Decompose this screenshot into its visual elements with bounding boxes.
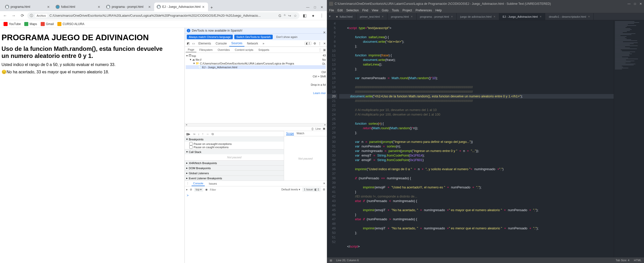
step-over-icon[interactable]: ⤼: [193, 132, 195, 136]
translate-icon[interactable]: ᴳ: [284, 14, 286, 18]
tree-node[interactable]: file://: [196, 58, 201, 61]
step-out-icon[interactable]: ↑: [202, 132, 203, 136]
share-icon[interactable]: ↪: [288, 14, 291, 18]
minimize-icon[interactable]: —: [628, 2, 631, 6]
minimize-icon[interactable]: —: [306, 5, 309, 9]
tabs-overflow[interactable]: »: [261, 41, 266, 46]
browser-tab-active[interactable]: 📄EJ - Juego_Adivinacion.html✕: [154, 3, 208, 11]
menu-icon[interactable]: ⋮: [186, 182, 189, 185]
reload-button[interactable]: ⟳: [19, 12, 26, 19]
clear-icon[interactable]: ⊘: [190, 188, 192, 191]
profile-avatar[interactable]: ●: [310, 12, 317, 19]
close-icon[interactable]: ✕: [202, 5, 205, 9]
info-icon[interactable]: ⓘ: [30, 13, 33, 18]
tab-watch[interactable]: Watch: [296, 132, 304, 135]
always-match-button[interactable]: Always match Chrome's language: [187, 35, 233, 39]
back-button[interactable]: ←: [2, 12, 9, 19]
close-icon[interactable]: ✕: [323, 42, 326, 45]
editor-tab[interactable]: primer_test.html×: [356, 13, 387, 20]
menu-icon[interactable]: ⋮: [318, 42, 321, 45]
syntax-mode[interactable]: HTML: [634, 259, 641, 262]
editor-tab[interactable]: programa - prompt.html×: [417, 13, 457, 20]
issues-badge[interactable]: ◧ 1: [305, 42, 311, 45]
close-icon[interactable]: ✕: [639, 2, 642, 6]
close-icon[interactable]: ×: [540, 15, 541, 18]
close-icon[interactable]: ✕: [47, 5, 51, 9]
tab-size[interactable]: Tab Size: 4: [616, 259, 629, 262]
acc-xhr[interactable]: ▸ XHR/fetch Breakpoints: [185, 160, 284, 165]
editor-tab[interactable]: futbol.html: [333, 13, 356, 20]
issue-chip[interactable]: 1 Issue: ◧ 1: [302, 187, 321, 192]
settings-icon[interactable]: ⚙: [313, 42, 316, 45]
close-icon[interactable]: ×: [382, 15, 384, 18]
close-icon[interactable]: ✕: [148, 5, 152, 9]
deactivate-bp-icon[interactable]: ⧉: [212, 132, 214, 136]
inspect-icon[interactable]: ◩: [186, 42, 191, 45]
menu-project[interactable]: Project: [403, 9, 412, 12]
tab-sources[interactable]: Sources: [229, 40, 244, 47]
close-icon[interactable]: ✕: [98, 5, 101, 9]
tab-console[interactable]: Console: [214, 41, 229, 46]
acc-event[interactable]: ▸ Event Listener Breakpoints: [185, 176, 284, 181]
editor-tab[interactable]: juego de adivinacion.html×: [457, 13, 499, 20]
panel-icon[interactable]: ▤: [330, 259, 332, 262]
address-bar[interactable]: ⓘ Archivo C:/Users/marco/OneDrive/Escrit…: [27, 12, 300, 19]
expand-icon[interactable]: ▸: [186, 188, 188, 191]
maximize-icon[interactable]: □: [314, 5, 316, 9]
close-icon[interactable]: ✕: [323, 182, 325, 185]
subtab-content-scripts[interactable]: Content scripts: [233, 48, 255, 52]
forward-button[interactable]: →: [10, 12, 17, 19]
close-icon[interactable]: ×: [411, 15, 413, 18]
expand-icon[interactable]: ▣: [323, 48, 326, 52]
filter-input[interactable]: [210, 188, 233, 191]
code-area[interactable]: <script type="text/javascript"> function…: [337, 20, 614, 257]
bookmark-youtube[interactable]: YouTube: [4, 22, 21, 26]
browser-tab[interactable]: 🌐futbol.html✕: [53, 3, 104, 11]
menu-selection[interactable]: Selection: [346, 9, 359, 12]
pause-icon[interactable]: ▮▶: [186, 132, 190, 136]
step-into-icon[interactable]: ↓: [198, 132, 199, 136]
close-icon[interactable]: ×: [451, 15, 453, 18]
maximize-icon[interactable]: □: [634, 2, 636, 6]
google-icon[interactable]: G: [279, 14, 281, 18]
editor-tab[interactable]: programa.html×: [387, 13, 417, 20]
menu-find[interactable]: Find: [362, 9, 368, 12]
levels-selector[interactable]: Default levels ▾: [281, 188, 300, 191]
eye-icon[interactable]: ◉: [205, 188, 208, 191]
line-gutter[interactable]: 4567891011121314151617181920212223242526…: [327, 20, 337, 257]
new-tab-button[interactable]: +: [208, 4, 215, 11]
tree-leaf[interactable]: EJ - Juego_Adivinacion.html: [202, 66, 237, 69]
file-tree[interactable]: ▾ 🗖 top ▾ ☁ file:// ▾ 📁 C:/Users/marco/O…: [185, 53, 327, 123]
browser-tab[interactable]: 📄programa - prompt.html✕: [104, 3, 154, 11]
menu-goto[interactable]: Goto: [382, 9, 388, 12]
menu-edit[interactable]: Edit: [337, 9, 343, 12]
learn-more-link[interactable]: Learn mor: [313, 92, 326, 95]
acc-dom[interactable]: ▸ DOM Breakpoints: [185, 165, 284, 170]
menu-icon[interactable]: ⋮: [318, 48, 321, 52]
close-icon[interactable]: ×: [588, 15, 590, 18]
menu-view[interactable]: View: [372, 9, 378, 12]
menu-tools[interactable]: Tools: [392, 9, 399, 12]
bookmark-maps[interactable]: Maps: [24, 22, 37, 26]
editor-tab[interactable]: desafio1 - desencriptador.html×: [545, 13, 593, 20]
tab-issues[interactable]: Issues: [207, 181, 218, 186]
bookmark-gmail[interactable]: Gmail: [41, 22, 54, 26]
tree-node[interactable]: C:/Users/marco/OneDrive/Escritorio/ALURA…: [200, 62, 294, 65]
context-selector[interactable]: top ▾: [194, 187, 203, 192]
console-body[interactable]: >: [185, 193, 327, 263]
menu-preferences[interactable]: Preferences: [416, 9, 432, 12]
tab-network[interactable]: Network: [245, 41, 260, 46]
pause-caught-checkbox[interactable]: Pause on caught exceptions: [189, 145, 279, 149]
acc-global[interactable]: ▸ Global Listeners: [185, 170, 284, 176]
switch-lang-button[interactable]: Switch DevTools to Spanish: [234, 35, 273, 39]
browser-tab[interactable]: 📄programa.html✕: [3, 3, 53, 11]
subtab-overrides[interactable]: Overrides: [216, 48, 232, 52]
device-icon[interactable]: ▭: [191, 42, 196, 45]
extensions-icon[interactable]: ◧: [301, 12, 308, 19]
editor-tab-active[interactable]: EJ - Juego_Adivinacion.html×: [499, 13, 545, 20]
tab-dropdown-icon[interactable]: ▾: [327, 13, 333, 20]
h-scrollbar[interactable]: [185, 123, 327, 126]
settings-icon[interactable]: ⚙: [323, 188, 325, 191]
acc-breakpoints[interactable]: ▾ Breakpoints: [185, 137, 284, 142]
tab-elements[interactable]: Elements: [196, 41, 213, 46]
